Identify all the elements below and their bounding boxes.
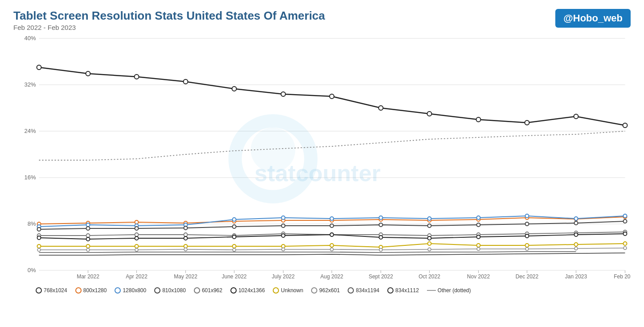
svg-point-73: [379, 223, 383, 227]
svg-point-35: [427, 112, 432, 116]
legend-label-962x601: 962x601: [319, 287, 340, 294]
svg-point-94: [135, 236, 139, 240]
svg-text:July 2022: July 2022: [272, 273, 295, 280]
svg-point-123: [282, 248, 285, 251]
svg-point-81: [135, 233, 139, 236]
svg-point-58: [282, 216, 285, 219]
legend-item-810x1080: 810x1080: [154, 287, 186, 294]
legend-label-unknown: Unknown: [281, 287, 303, 294]
svg-point-60: [379, 216, 383, 219]
svg-point-68: [135, 227, 139, 230]
page-header: Tablet Screen Resolution Stats United St…: [13, 9, 631, 31]
chart-area: 40% 32% 24% 16% 8% 0% Mar 2022 Apr 2022 …: [13, 34, 631, 284]
svg-text:May 2022: May 2022: [174, 273, 197, 280]
svg-text:40%: 40%: [24, 35, 36, 41]
svg-point-42: [135, 220, 139, 224]
svg-point-39: [623, 123, 628, 128]
svg-point-36: [476, 117, 481, 122]
svg-point-125: [379, 248, 382, 252]
legend-line-other: [427, 290, 436, 291]
svg-point-100: [428, 236, 431, 240]
svg-point-113: [428, 242, 431, 245]
legend-dot-834x1112: [387, 287, 394, 294]
svg-point-127: [477, 248, 480, 251]
svg-point-82: [184, 233, 188, 236]
legend-item-800x1280: 800x1280: [75, 287, 107, 294]
svg-point-77: [574, 221, 578, 225]
svg-point-33: [330, 94, 334, 99]
legend-dot-800x1280: [75, 287, 82, 294]
legend-item-1280x800: 1280x800: [115, 287, 146, 294]
svg-point-121: [184, 248, 187, 251]
page-subtitle: Feb 2022 - Feb 2023: [13, 24, 325, 31]
legend-dot-601x962: [194, 287, 200, 294]
legend-label-1024x1366: 1024x1366: [238, 287, 265, 294]
svg-point-75: [477, 223, 480, 227]
page-title: Tablet Screen Resolution Stats United St…: [13, 9, 325, 23]
legend-dot-1024x1366: [230, 287, 237, 294]
legend-label-1280x800: 1280x800: [123, 287, 146, 294]
svg-point-63: [525, 214, 529, 218]
svg-point-122: [233, 248, 236, 252]
svg-point-109: [233, 244, 236, 248]
svg-text:32%: 32%: [24, 81, 36, 88]
svg-text:16%: 16%: [24, 174, 36, 181]
svg-point-107: [135, 244, 139, 248]
svg-point-38: [574, 114, 578, 119]
svg-point-93: [86, 237, 90, 241]
legend-dot-810x1080: [154, 287, 160, 294]
svg-point-103: [574, 233, 578, 236]
svg-point-111: [330, 244, 334, 247]
legend-label-other: Other (dotted): [438, 287, 471, 294]
svg-point-118: [37, 248, 41, 252]
svg-point-95: [184, 236, 188, 240]
legend-label-800x1280: 800x1280: [83, 287, 107, 294]
svg-text:Feb 2023: Feb 2023: [614, 273, 631, 280]
svg-point-64: [574, 217, 578, 220]
svg-point-124: [330, 248, 333, 251]
chart-svg: 40% 32% 24% 16% 8% 0% Mar 2022 Apr 2022 …: [13, 34, 631, 284]
legend-item-834x1194: 834x1194: [348, 287, 379, 294]
svg-point-67: [86, 227, 90, 230]
svg-point-106: [86, 244, 90, 248]
svg-point-74: [428, 224, 431, 228]
svg-point-99: [379, 236, 383, 239]
svg-text:24%: 24%: [24, 128, 36, 134]
svg-point-115: [525, 244, 529, 247]
brand-badge: @Hobo_web: [555, 9, 631, 28]
legend-item-other: Other (dotted): [427, 287, 471, 294]
svg-point-126: [428, 248, 431, 251]
svg-point-65: [623, 214, 627, 218]
legend-item-768x1024: 768x1024: [36, 287, 67, 294]
svg-text:Oct 2022: Oct 2022: [418, 273, 440, 280]
legend-item-601x962: 601x962: [194, 287, 222, 294]
svg-point-37: [525, 120, 529, 125]
svg-text:8%: 8%: [28, 220, 36, 227]
svg-text:0%: 0%: [28, 267, 36, 273]
svg-text:June 2022: June 2022: [222, 273, 246, 280]
legend-label-834x1194: 834x1194: [356, 287, 379, 294]
legend-dot-962x601: [311, 287, 317, 294]
svg-point-61: [428, 217, 431, 220]
svg-point-130: [623, 247, 627, 250]
svg-text:Jan 2023: Jan 2023: [565, 273, 587, 280]
legend-label-810x1080: 810x1080: [162, 287, 186, 294]
title-block: Tablet Screen Resolution Stats United St…: [13, 9, 325, 31]
svg-point-69: [184, 226, 188, 230]
svg-text:Aug 2022: Aug 2022: [320, 273, 344, 280]
svg-point-29: [135, 75, 139, 79]
page-container: Tablet Screen Resolution Stats United St…: [0, 0, 644, 327]
svg-point-98: [330, 233, 334, 236]
legend-item-unknown: Unknown: [273, 287, 303, 294]
svg-point-72: [330, 224, 334, 228]
svg-point-101: [477, 235, 480, 239]
svg-text:Dec 2022: Dec 2022: [516, 273, 539, 280]
legend-dot-1280x800: [115, 287, 121, 294]
svg-point-70: [233, 225, 236, 228]
svg-point-128: [525, 248, 529, 251]
svg-point-71: [282, 224, 285, 228]
svg-point-54: [86, 223, 90, 227]
legend-dot-unknown: [273, 287, 279, 294]
svg-point-34: [379, 106, 383, 110]
svg-point-80: [86, 234, 90, 237]
